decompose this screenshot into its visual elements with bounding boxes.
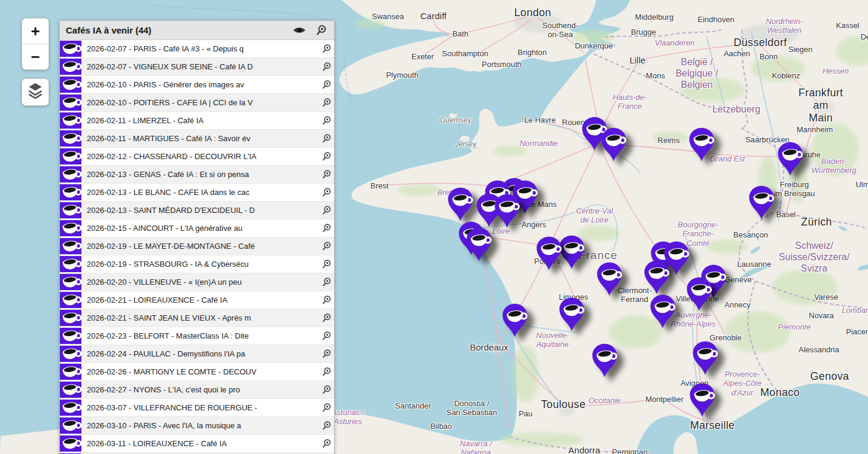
- list-item[interactable]: 2026-02-19 - STRASBOURG - IA & Cybersécu: [60, 255, 334, 273]
- magnifier-icon[interactable]: [318, 169, 334, 179]
- list-item[interactable]: 2026-02-07 - PARIS - Café IA #3 - « Depu…: [60, 40, 334, 57]
- magnifier-icon[interactable]: [318, 421, 334, 431]
- list-item[interactable]: 2026-02-21 - LOIREAUXENCE - Café IA: [60, 291, 334, 309]
- list-item[interactable]: 2026-02-15 - AINCOURT - L'IA générative …: [60, 219, 334, 237]
- coffee-cup-icon: [60, 220, 81, 236]
- eye-icon[interactable]: [293, 26, 306, 35]
- map-marker-pin[interactable]: [447, 187, 474, 222]
- list-item[interactable]: 2026-02-24 - PAUILLAC - Demystifions l'I…: [60, 345, 334, 362]
- coffee-cup-icon: [60, 418, 81, 434]
- list-item-label: 2026-02-11 - LIMERZEL - Café IA: [81, 116, 318, 125]
- coffee-cup-icon: [60, 435, 81, 452]
- magnifier-icon[interactable]: [318, 133, 334, 144]
- zoom-out-button[interactable]: −: [22, 44, 48, 69]
- umap-app: SwanseaCardiffLondonBathSouthend- on-Sea…: [0, 0, 868, 454]
- map-marker-pin[interactable]: [501, 303, 529, 338]
- list-item[interactable]: 2026-02-20 - VILLENEUVE - « I(en)A un pe…: [60, 273, 334, 291]
- magnifier-icon[interactable]: [318, 115, 334, 126]
- magnifier-icon[interactable]: [318, 80, 334, 90]
- magnifier-icon[interactable]: [318, 62, 334, 72]
- map-marker-pin[interactable]: [465, 227, 493, 262]
- list-item-label: 2026-02-20 - VILLENEUVE - « I(en)A un pe…: [81, 278, 318, 287]
- list-item[interactable]: 2026-02-12 - CHASSENARD - DECOUVRIR L'IA: [60, 147, 334, 165]
- magnifier-icon[interactable]: [318, 44, 334, 54]
- list-item-label: 2026-02-10 - PARIS - Générer des images …: [81, 80, 318, 89]
- map-marker-pin[interactable]: [596, 261, 623, 297]
- list-item[interactable]: 2026-02-11 - LIMERZEL - Café IA: [60, 111, 334, 129]
- map-marker-pin[interactable]: [685, 276, 713, 312]
- zoom-control: + −: [22, 18, 49, 70]
- list-item[interactable]: 2026-02-23 - BELFORT - MasterClass IA : …: [60, 327, 334, 345]
- list-item[interactable]: 2026-02-11 - MARTIGUES - Café IA : Savoi…: [60, 129, 334, 147]
- magnifier-icon[interactable]: [318, 349, 334, 359]
- list-item[interactable]: 2026-02-26 - MARTIGNY LE COMTE - DECOUV: [60, 362, 334, 380]
- layers-button[interactable]: [22, 78, 49, 106]
- list-item-label: 2026-02-07 - VIGNEUX SUR SEINE - Café IA…: [81, 62, 318, 71]
- map-marker-pin[interactable]: [776, 141, 804, 176]
- map-marker-pin[interactable]: [591, 343, 618, 378]
- coffee-cup-icon: [60, 112, 81, 129]
- list-item-label: 2026-02-19 - STRASBOURG - IA & Cybersécu: [81, 260, 318, 269]
- coffee-cup-icon: [60, 328, 81, 344]
- map-marker-pin[interactable]: [688, 382, 716, 418]
- list-item-label: 2026-02-13 - GENAS - Café IA : Et si on …: [81, 170, 318, 179]
- magnifier-icon[interactable]: [318, 331, 334, 341]
- map-marker-pin[interactable]: [558, 297, 585, 332]
- list-item[interactable]: 2026-03-10 - PARIS - Avec l'IA, la musiq…: [60, 416, 334, 434]
- layer-title: Cafés IA à venir (44): [66, 25, 283, 35]
- coffee-cup-icon: [60, 256, 81, 272]
- zoom-in-button[interactable]: +: [22, 19, 48, 44]
- magnifier-icon[interactable]: [318, 277, 334, 287]
- coffee-cup-icon: [60, 41, 81, 57]
- magnifier-icon[interactable]: [318, 223, 334, 233]
- list-item[interactable]: 2026-02-10 - POITIERS - CAFE IA | CCI de…: [60, 93, 334, 111]
- list-item[interactable]: 2026-03-07 - VILLEFRANCHE DE ROUERGUE -: [60, 398, 334, 416]
- coffee-cup-icon: [60, 310, 81, 326]
- list-item[interactable]: 2026-02-13 - GENAS - Café IA : Et si on …: [60, 165, 334, 183]
- layer-header: Cafés IA à venir (44): [60, 21, 334, 40]
- list-item[interactable]: 2026-02-07 - VIGNEUX SUR SEINE - Café IA…: [60, 57, 334, 75]
- list-item[interactable]: 2026-02-19 - LE MAYET-DE-MONTAGNE - Café: [60, 237, 334, 255]
- magnifier-icon[interactable]: [318, 187, 334, 197]
- magnifier-icon[interactable]: [318, 259, 334, 269]
- magnifier-icon[interactable]: [318, 403, 334, 413]
- list-item-label: 2026-02-21 - SAINT JEAN LE VIEUX - Après…: [81, 313, 318, 322]
- magnifier-icon[interactable]: [318, 205, 334, 215]
- magnifier-icon[interactable]: [318, 367, 334, 377]
- list-item-label: 2026-02-26 - MARTIGNY LE COMTE - DECOUV: [81, 367, 318, 376]
- list-item[interactable]: 2026-02-13 - SAINT MÉDARD D'EXCIDEUIL - …: [60, 201, 334, 219]
- map-marker-pin[interactable]: [649, 294, 676, 329]
- magnifier-icon[interactable]: [318, 313, 334, 323]
- magnifier-icon[interactable]: [318, 385, 334, 395]
- list-item[interactable]: 2026-02-10 - PARIS - Générer des images …: [60, 75, 334, 93]
- magnifier-icon[interactable]: [318, 97, 334, 108]
- list-item[interactable]: 2026-02-13 - LE BLANC - CAFE IA dans le …: [60, 183, 334, 201]
- list-item[interactable]: 2026-03-11 - LOIREAUXENCE - Café IA: [60, 434, 334, 452]
- coffee-cup-icon: [60, 59, 81, 75]
- map-marker-pin[interactable]: [535, 236, 563, 271]
- list-item[interactable]: 2026-02-27 - NYONS - L'IA, c'est quoi le…: [60, 380, 334, 398]
- magnifier-icon[interactable]: [318, 151, 334, 162]
- map-marker-pin[interactable]: [643, 260, 670, 295]
- magnifier-icon[interactable]: [318, 438, 334, 449]
- coffee-cup-icon: [60, 292, 81, 308]
- coffee-cup-icon: [60, 166, 81, 182]
- magnifier-icon[interactable]: [318, 295, 334, 305]
- list-item-label: 2026-02-13 - LE BLANC - CAFE IA dans le …: [81, 188, 318, 197]
- map-marker-pin[interactable]: [600, 127, 627, 162]
- coffee-cup-icon: [60, 130, 81, 147]
- coffee-cup-icon: [60, 95, 81, 111]
- coffee-cup-icon: [60, 364, 81, 380]
- map-marker-pin[interactable]: [688, 127, 715, 162]
- list-item-label: 2026-02-12 - CHASSENARD - DECOUVRIR L'IA: [81, 152, 318, 161]
- magnifier-icon[interactable]: [318, 241, 334, 251]
- layer-browser-panel: Cafés IA à venir (44): [59, 20, 335, 454]
- map-marker-pin[interactable]: [691, 340, 719, 376]
- list-item[interactable]: 2026-02-21 - SAINT JEAN LE VIEUX - Après…: [60, 309, 334, 327]
- list-item-label: 2026-02-21 - LOIREAUXENCE - Café IA: [81, 295, 318, 304]
- list-item-label: 2026-02-07 - PARIS - Café IA #3 - « Depu…: [81, 44, 318, 53]
- list-item-label: 2026-02-11 - MARTIGUES - Café IA : Savoi…: [81, 134, 318, 143]
- map-marker-pin[interactable]: [493, 193, 521, 228]
- map-marker-pin[interactable]: [748, 185, 775, 220]
- magnifier-icon[interactable]: [315, 25, 327, 36]
